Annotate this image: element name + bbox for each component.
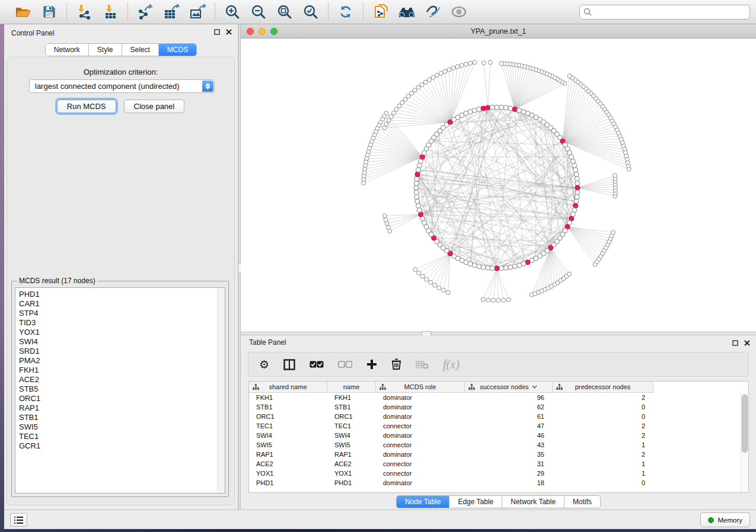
result-list-item[interactable]: TID3 (19, 318, 225, 328)
table-cell: ORC1 (327, 412, 376, 421)
refresh-icon[interactable] (337, 3, 355, 21)
table-cell: 62 (465, 402, 553, 412)
table-cell: YOX1 (249, 469, 327, 478)
task-history-button[interactable] (10, 513, 27, 527)
import-network-icon[interactable] (75, 3, 93, 21)
table-row[interactable]: FKH1FKH1dominator962 (249, 393, 748, 402)
table-cell: dominator (376, 478, 465, 488)
window-minimize-icon[interactable] (259, 28, 266, 35)
zoom-selected-icon[interactable] (302, 3, 320, 21)
open-file-icon[interactable] (14, 3, 32, 21)
table-cell: 0 (553, 412, 653, 421)
scrollbar-thumb[interactable] (742, 395, 748, 453)
table-row[interactable]: PHD1PHD1dominator180 (249, 478, 748, 488)
result-list-item[interactable]: YOX1 (19, 328, 225, 337)
optimization-criterion-select[interactable]: largest connected component (undirected) (29, 79, 215, 93)
result-list-item[interactable]: PHD1 (19, 290, 225, 299)
table-cell: SWI5 (249, 440, 327, 450)
zoom-in-icon[interactable] (224, 3, 241, 21)
result-list-item[interactable]: GCR1 (19, 441, 225, 451)
mcds-result-list[interactable]: PHD1CAR1STP4TID3YOX1SWI4SRD1PMA2FKH1ACE2… (15, 287, 225, 493)
column-header-shared-name[interactable]: shared name (249, 382, 327, 393)
float-panel-icon[interactable] (214, 29, 220, 35)
export-table-icon[interactable] (162, 3, 180, 21)
select-all-icon[interactable] (310, 361, 324, 368)
column-header-successor-nodes[interactable]: successor nodes (465, 382, 553, 393)
desktop-wallpaper-bottom (0, 529, 756, 532)
network-canvas[interactable] (241, 39, 756, 331)
column-header-predecessor-nodes[interactable]: predecessor nodes (553, 382, 653, 393)
table-cell: 1 (553, 469, 653, 478)
zoom-fit-icon[interactable] (276, 3, 294, 21)
add-column-icon[interactable] (366, 359, 377, 370)
result-list-item[interactable]: SWI5 (19, 422, 225, 432)
table-scrollbar[interactable] (741, 393, 748, 492)
tab-motifs[interactable]: Motifs (564, 496, 600, 508)
table-row[interactable]: TEC1TEC1connector472 (249, 421, 748, 431)
result-list-item[interactable]: PMA2 (19, 356, 225, 366)
delete-icon[interactable] (391, 358, 401, 370)
column-label: name (343, 383, 360, 390)
table-cell: 0 (553, 478, 653, 488)
tab-select[interactable]: Select (122, 44, 159, 56)
table-row[interactable]: SWI5SWI5connector431 (249, 440, 748, 450)
close-panel-icon[interactable] (744, 340, 750, 346)
column-header-name[interactable]: name (327, 382, 376, 393)
tab-style[interactable]: Style (89, 44, 122, 56)
save-session-icon[interactable] (40, 3, 58, 21)
run-mcds-button[interactable]: Run MCDS (57, 100, 116, 113)
table-cell: 46 (465, 431, 553, 440)
float-panel-icon[interactable] (732, 340, 738, 346)
table-row[interactable]: ORC1ORC1dominator610 (249, 412, 748, 421)
search-input[interactable] (579, 5, 750, 20)
table-row[interactable]: ACE2ACE2connector311 (249, 459, 748, 469)
result-list-item[interactable]: RAP1 (19, 403, 225, 413)
tab-edge-table[interactable]: Edge Table (449, 496, 502, 508)
result-list-item[interactable]: TEC1 (19, 432, 225, 441)
result-list-item[interactable]: SRD1 (19, 347, 225, 356)
export-image-icon[interactable] (189, 3, 206, 21)
status-bar: Memory (4, 509, 756, 529)
close-panel-icon[interactable] (226, 29, 232, 35)
mcds-result-group: MCDS result (17 nodes) PHD1CAR1STP4TID3Y… (11, 277, 229, 497)
table-cell: 1 (553, 440, 653, 450)
result-list-item[interactable]: STB1 (19, 413, 225, 422)
result-list-item[interactable]: ACE2 (19, 375, 225, 384)
search-network-icon[interactable] (398, 3, 416, 21)
result-list-item[interactable]: STP4 (19, 309, 225, 318)
export-network-icon[interactable] (136, 3, 154, 21)
tab-mcds[interactable]: MCDS (159, 44, 196, 56)
result-list-item[interactable]: CAR1 (19, 299, 225, 309)
window-close-icon[interactable] (247, 28, 254, 35)
preview-eye-icon[interactable] (450, 3, 468, 21)
tab-node-table[interactable]: Node Table (397, 496, 450, 508)
deselect-all-icon[interactable] (338, 361, 352, 368)
zoom-out-icon[interactable] (250, 3, 267, 21)
import-table-icon[interactable] (101, 3, 119, 21)
table-row[interactable]: SWI4SWI4dominator462 (249, 431, 748, 440)
result-list-item[interactable]: FKH1 (19, 366, 225, 375)
tab-network-table[interactable]: Network Table (502, 496, 564, 508)
memory-button[interactable]: Memory (700, 512, 750, 527)
open-network-file-icon[interactable] (372, 3, 390, 21)
close-panel-button[interactable]: Close panel (124, 100, 185, 113)
network-window-titlebar[interactable]: YPA_prune.txt_1 (241, 24, 756, 39)
show-hide-graphics-icon[interactable] (424, 3, 442, 21)
result-list-scrollbar[interactable] (217, 288, 225, 493)
result-list-item[interactable]: ORC1 (19, 394, 225, 403)
tab-network[interactable]: Network (46, 44, 89, 56)
desktop: Control Panel NetworkStyleSelectMCDS Opt… (0, 0, 756, 532)
table-cell: 1 (553, 459, 653, 469)
table-cell: 61 (465, 412, 553, 421)
table-cell: 18 (465, 478, 553, 488)
column-layout-icon[interactable] (283, 359, 295, 370)
table-row[interactable]: RAP1RAP1dominator352 (249, 450, 748, 459)
result-list-item[interactable]: STB5 (19, 384, 225, 394)
window-maximize-icon[interactable] (270, 28, 277, 35)
table-panel: Table Panel ⚙ (241, 335, 756, 509)
gear-icon[interactable]: ⚙ (259, 359, 269, 370)
table-row[interactable]: YOX1YOX1connector291 (249, 469, 748, 478)
result-list-item[interactable]: SWI4 (19, 337, 225, 347)
column-header-MCDS-role[interactable]: MCDS role (376, 382, 465, 393)
table-row[interactable]: STB1STB1dominator620 (249, 402, 748, 412)
